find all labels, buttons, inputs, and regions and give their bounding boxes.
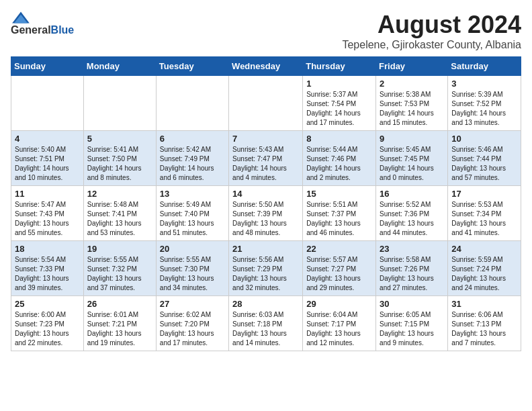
day-info: Sunrise: 5:45 AM Sunset: 7:45 PM Dayligh… — [380, 145, 444, 183]
day-number: 30 — [380, 299, 444, 309]
day-info: Sunrise: 5:52 AM Sunset: 7:36 PM Dayligh… — [380, 200, 444, 238]
day-number: 1 — [306, 79, 372, 89]
empty-day-cell — [83, 76, 156, 131]
calendar-day-cell: 21Sunrise: 5:56 AM Sunset: 7:29 PM Dayli… — [229, 241, 303, 296]
calendar-day-cell: 20Sunrise: 5:55 AM Sunset: 7:30 PM Dayli… — [156, 241, 228, 296]
day-number: 21 — [232, 244, 299, 254]
day-info: Sunrise: 5:44 AM Sunset: 7:46 PM Dayligh… — [306, 145, 372, 183]
day-info: Sunrise: 5:37 AM Sunset: 7:54 PM Dayligh… — [306, 90, 372, 128]
day-number: 3 — [451, 79, 517, 89]
month-year-title: August 2024 — [342, 11, 521, 39]
empty-day-cell — [156, 76, 228, 131]
day-number: 5 — [87, 134, 152, 144]
calendar-day-cell: 29Sunrise: 6:04 AM Sunset: 7:17 PM Dayli… — [303, 296, 376, 351]
calendar-day-cell: 5Sunrise: 5:41 AM Sunset: 7:50 PM Daylig… — [83, 131, 156, 186]
calendar-week-row: 18Sunrise: 5:54 AM Sunset: 7:33 PM Dayli… — [11, 241, 521, 296]
title-area: August 2024 Tepelene, Gjirokaster County… — [342, 11, 521, 51]
day-info: Sunrise: 6:01 AM Sunset: 7:21 PM Dayligh… — [87, 310, 152, 348]
calendar-day-cell: 18Sunrise: 5:54 AM Sunset: 7:33 PM Dayli… — [11, 241, 84, 296]
calendar-header-row: SundayMondayTuesdayWednesdayThursdayFrid… — [11, 57, 521, 76]
day-info: Sunrise: 6:04 AM Sunset: 7:17 PM Dayligh… — [306, 310, 372, 348]
day-of-week-header: Monday — [83, 57, 156, 76]
day-number: 14 — [232, 189, 299, 199]
day-number: 2 — [380, 79, 444, 89]
calendar-day-cell: 17Sunrise: 5:53 AM Sunset: 7:34 PM Dayli… — [448, 186, 521, 241]
calendar-day-cell: 28Sunrise: 6:03 AM Sunset: 7:18 PM Dayli… — [229, 296, 303, 351]
day-info: Sunrise: 5:56 AM Sunset: 7:29 PM Dayligh… — [232, 255, 299, 293]
empty-day-cell — [11, 76, 84, 131]
day-info: Sunrise: 5:43 AM Sunset: 7:47 PM Dayligh… — [232, 145, 299, 183]
day-number: 17 — [451, 189, 517, 199]
calendar-table: SundayMondayTuesdayWednesdayThursdayFrid… — [11, 56, 521, 351]
calendar-day-cell: 22Sunrise: 5:57 AM Sunset: 7:27 PM Dayli… — [303, 241, 376, 296]
calendar-day-cell: 4Sunrise: 5:40 AM Sunset: 7:51 PM Daylig… — [11, 131, 84, 186]
day-number: 28 — [232, 299, 299, 309]
day-info: Sunrise: 5:48 AM Sunset: 7:41 PM Dayligh… — [87, 200, 152, 238]
day-number: 16 — [380, 189, 444, 199]
day-of-week-header: Wednesday — [229, 57, 303, 76]
calendar-day-cell: 15Sunrise: 5:51 AM Sunset: 7:37 PM Dayli… — [303, 186, 376, 241]
day-number: 29 — [306, 299, 372, 309]
day-number: 31 — [451, 299, 517, 309]
calendar-week-row: 4Sunrise: 5:40 AM Sunset: 7:51 PM Daylig… — [11, 131, 521, 186]
calendar-day-cell: 16Sunrise: 5:52 AM Sunset: 7:36 PM Dayli… — [376, 186, 448, 241]
day-info: Sunrise: 5:38 AM Sunset: 7:53 PM Dayligh… — [380, 90, 444, 128]
day-info: Sunrise: 5:39 AM Sunset: 7:52 PM Dayligh… — [451, 90, 517, 128]
calendar-day-cell: 13Sunrise: 5:49 AM Sunset: 7:40 PM Dayli… — [156, 186, 228, 241]
day-info: Sunrise: 5:41 AM Sunset: 7:50 PM Dayligh… — [87, 145, 152, 183]
day-info: Sunrise: 5:58 AM Sunset: 7:26 PM Dayligh… — [380, 255, 444, 293]
day-of-week-header: Saturday — [448, 57, 521, 76]
calendar-day-cell: 14Sunrise: 5:50 AM Sunset: 7:39 PM Dayli… — [229, 186, 303, 241]
day-info: Sunrise: 5:49 AM Sunset: 7:40 PM Dayligh… — [160, 200, 225, 238]
day-of-week-header: Thursday — [303, 57, 376, 76]
day-number: 18 — [15, 244, 80, 254]
location-subtitle: Tepelene, Gjirokaster County, Albania — [342, 39, 521, 51]
calendar-day-cell: 27Sunrise: 6:02 AM Sunset: 7:20 PM Dayli… — [156, 296, 228, 351]
day-number: 12 — [87, 189, 152, 199]
logo-blue: Blue — [51, 24, 75, 36]
calendar-day-cell: 26Sunrise: 6:01 AM Sunset: 7:21 PM Dayli… — [83, 296, 156, 351]
logo: GeneralBlue — [11, 11, 74, 36]
logo-general: General — [11, 24, 51, 36]
day-number: 22 — [306, 244, 372, 254]
day-info: Sunrise: 6:02 AM Sunset: 7:20 PM Dayligh… — [160, 310, 225, 348]
calendar-day-cell: 30Sunrise: 6:05 AM Sunset: 7:15 PM Dayli… — [376, 296, 448, 351]
calendar-day-cell: 8Sunrise: 5:44 AM Sunset: 7:46 PM Daylig… — [303, 131, 376, 186]
day-number: 24 — [451, 244, 517, 254]
day-number: 27 — [160, 299, 225, 309]
day-number: 6 — [160, 134, 225, 144]
day-info: Sunrise: 5:55 AM Sunset: 7:30 PM Dayligh… — [160, 255, 225, 293]
calendar-day-cell: 7Sunrise: 5:43 AM Sunset: 7:47 PM Daylig… — [229, 131, 303, 186]
day-info: Sunrise: 5:50 AM Sunset: 7:39 PM Dayligh… — [232, 200, 299, 238]
day-number: 10 — [451, 134, 517, 144]
day-number: 9 — [380, 134, 444, 144]
day-info: Sunrise: 6:00 AM Sunset: 7:23 PM Dayligh… — [15, 310, 80, 348]
day-info: Sunrise: 6:06 AM Sunset: 7:13 PM Dayligh… — [451, 310, 517, 348]
calendar-week-row: 1Sunrise: 5:37 AM Sunset: 7:54 PM Daylig… — [11, 76, 521, 131]
day-info: Sunrise: 5:59 AM Sunset: 7:24 PM Dayligh… — [451, 255, 517, 293]
logo-icon — [11, 11, 31, 24]
page-header: GeneralBlue August 2024 Tepelene, Gjirok… — [11, 11, 521, 51]
calendar-week-row: 11Sunrise: 5:47 AM Sunset: 7:43 PM Dayli… — [11, 186, 521, 241]
day-number: 15 — [306, 189, 372, 199]
calendar-day-cell: 12Sunrise: 5:48 AM Sunset: 7:41 PM Dayli… — [83, 186, 156, 241]
day-number: 19 — [87, 244, 152, 254]
calendar-day-cell: 9Sunrise: 5:45 AM Sunset: 7:45 PM Daylig… — [376, 131, 448, 186]
calendar-day-cell: 11Sunrise: 5:47 AM Sunset: 7:43 PM Dayli… — [11, 186, 84, 241]
calendar-day-cell: 6Sunrise: 5:42 AM Sunset: 7:49 PM Daylig… — [156, 131, 228, 186]
calendar-week-row: 25Sunrise: 6:00 AM Sunset: 7:23 PM Dayli… — [11, 296, 521, 351]
day-number: 11 — [15, 189, 80, 199]
day-of-week-header: Sunday — [11, 57, 84, 76]
day-info: Sunrise: 5:57 AM Sunset: 7:27 PM Dayligh… — [306, 255, 372, 293]
day-info: Sunrise: 5:40 AM Sunset: 7:51 PM Dayligh… — [15, 145, 80, 183]
calendar-day-cell: 2Sunrise: 5:38 AM Sunset: 7:53 PM Daylig… — [376, 76, 448, 131]
day-number: 26 — [87, 299, 152, 309]
calendar-day-cell: 24Sunrise: 5:59 AM Sunset: 7:24 PM Dayli… — [448, 241, 521, 296]
empty-day-cell — [229, 76, 303, 131]
day-info: Sunrise: 5:47 AM Sunset: 7:43 PM Dayligh… — [15, 200, 80, 238]
day-of-week-header: Tuesday — [156, 57, 228, 76]
calendar-day-cell: 3Sunrise: 5:39 AM Sunset: 7:52 PM Daylig… — [448, 76, 521, 131]
day-number: 8 — [306, 134, 372, 144]
day-info: Sunrise: 5:53 AM Sunset: 7:34 PM Dayligh… — [451, 200, 517, 238]
day-number: 25 — [15, 299, 80, 309]
